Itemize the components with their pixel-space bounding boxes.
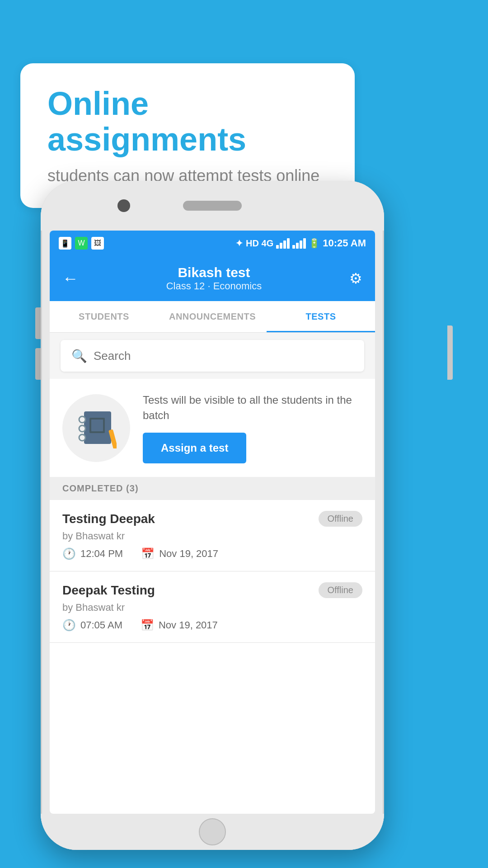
test-author-2: by Bhaswat kr [62,602,362,613]
search-container: 🔍 [50,333,375,379]
clock-icon-1: 🕐 [62,547,76,560]
volume-down-button [35,348,41,380]
test-item-header-2: Deepak Testing Offline [62,582,362,598]
bluetooth-icon: ✦ [235,238,243,249]
offline-badge-1: Offline [319,511,362,527]
test-time-2: 🕐 07:05 AM [62,619,122,632]
assign-info-text: Tests will be visible to all the student… [143,392,362,423]
test-name-1: Testing Deepak [62,512,155,526]
svg-point-1 [79,416,85,423]
home-button[interactable] [199,818,226,845]
app-bar: ← Bikash test Class 12 · Economics ⚙ [50,256,375,301]
svg-point-3 [79,434,85,441]
tab-announcements[interactable]: ANNOUNCEMENTS [158,301,267,332]
calendar-icon-2: 📅 [141,619,154,632]
power-button-body [447,326,453,380]
phone-bottom [41,814,384,850]
status-right: ✦ HD 4G 🔋 10:25 AM [235,237,366,249]
completed-header: COMPLETED (3) [50,477,375,500]
phone-frame: 📱 W 🖼 ✦ HD 4G 🔋 [41,181,384,850]
offline-badge-2: Offline [319,582,362,598]
tabs-bar: STUDENTS ANNOUNCEMENTS TESTS [50,301,375,333]
volume-buttons [35,307,41,380]
test-date-1: 📅 Nov 19, 2017 [141,547,218,560]
assign-right: Tests will be visible to all the student… [143,392,362,463]
bubble-title: Online assignments [47,86,328,157]
phone-speaker [183,201,242,211]
phone-top [41,181,384,231]
svg-rect-5 [91,420,103,431]
network-label: HD 4G [246,238,273,249]
notification-icon-2: W [75,237,88,250]
power-button [447,326,453,380]
notification-icon-3: 🖼 [91,237,104,250]
search-bar[interactable]: 🔍 [61,340,364,372]
assign-section: Tests will be visible to all the student… [50,379,375,477]
signal-bars-1 [276,238,290,249]
test-item-header-1: Testing Deepak Offline [62,511,362,527]
tab-students[interactable]: STUDENTS [50,301,158,332]
settings-button[interactable]: ⚙ [349,270,362,287]
battery-icon: 🔋 [309,238,320,249]
time-display: 10:25 AM [323,237,366,249]
svg-point-2 [79,425,85,432]
status-left-icons: 📱 W 🖼 [59,237,104,250]
class-title: Bikash test [166,265,262,280]
test-item: Testing Deepak Offline by Bhaswat kr 🕐 1… [50,500,375,571]
phone-camera [117,199,130,212]
search-input[interactable] [94,349,353,363]
test-meta-2: 🕐 07:05 AM 📅 Nov 19, 2017 [62,619,362,632]
notification-icon-1: 📱 [59,237,71,250]
back-button[interactable]: ← [62,269,79,288]
notebook-icon [76,408,117,448]
signal-bars-2 [292,238,306,249]
status-bar: 📱 W 🖼 ✦ HD 4G 🔋 [50,231,375,256]
test-author-1: by Bhaswat kr [62,530,362,542]
app-bar-title: Bikash test Class 12 · Economics [166,265,262,292]
clock-icon-2: 🕐 [62,619,76,632]
class-subtitle: Class 12 · Economics [166,280,262,292]
assign-icon-circle [62,394,130,462]
test-name-2: Deepak Testing [62,583,155,598]
volume-up-button [35,307,41,339]
search-icon: 🔍 [71,349,87,363]
test-date-2: 📅 Nov 19, 2017 [141,619,218,632]
test-item-2: Deepak Testing Offline by Bhaswat kr 🕐 0… [50,571,375,643]
calendar-icon-1: 📅 [141,547,155,560]
tab-tests[interactable]: TESTS [267,301,375,332]
test-meta-1: 🕐 12:04 PM 📅 Nov 19, 2017 [62,547,362,560]
notebook-svg [76,408,117,448]
assign-test-button[interactable]: Assign a test [143,433,246,463]
test-time-1: 🕐 12:04 PM [62,547,123,560]
phone-screen: 📱 W 🖼 ✦ HD 4G 🔋 [50,231,375,814]
